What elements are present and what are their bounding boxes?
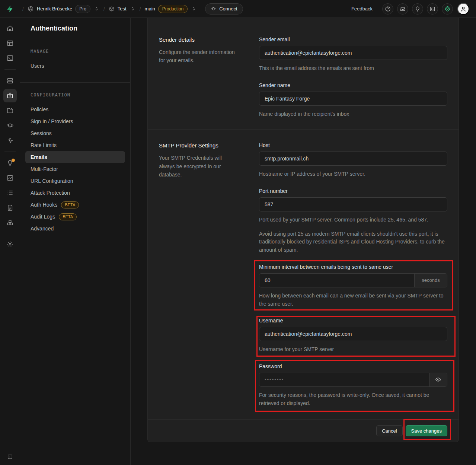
inbox-icon[interactable] [397, 3, 408, 15]
home-icon[interactable] [3, 22, 17, 35]
sidebar-item-label: Multi-Factor [31, 166, 58, 172]
sidebar-item-label: Advanced [31, 226, 54, 232]
sidebar-item-signin-providers[interactable]: Sign In / Providers [25, 115, 125, 127]
connect-button[interactable]: Connect [205, 3, 243, 15]
terminal-icon[interactable] [427, 3, 438, 15]
breadcrumb-separator: / [22, 6, 24, 12]
reveal-password-eye-icon[interactable] [429, 373, 447, 386]
supabase-logo-icon[interactable] [6, 5, 14, 13]
breadcrumb-separator: / [140, 6, 141, 12]
sender-name-label: Sender name [259, 82, 447, 88]
beta-badge: BETA [59, 213, 77, 220]
min-interval-label: Minimum interval between emails being se… [259, 264, 447, 270]
sidebar-item-auth-hooks[interactable]: Auth Hooks BETA [25, 199, 125, 211]
settings-icon[interactable] [3, 238, 17, 251]
rail-divider [4, 69, 16, 70]
sidebar-item-label: Sign In / Providers [31, 118, 73, 124]
section-description: Your SMTP Credentials will always be enc… [159, 154, 239, 179]
breadcrumb-project[interactable]: Test [109, 6, 127, 12]
table-editor-icon[interactable] [3, 36, 17, 50]
sender-name-input[interactable] [259, 92, 447, 106]
sender-name-helper: Name displayed in the recipient's inbox [259, 110, 447, 118]
environment-badge: Production [158, 5, 188, 13]
sender-email-input[interactable] [259, 46, 447, 60]
avatar[interactable] [457, 3, 469, 15]
realtime-icon[interactable] [3, 134, 17, 147]
username-label: Username [259, 318, 447, 324]
section-label-configuration: CONFIGURATION [25, 92, 125, 98]
emails-settings-card: Sender details Configure the sender info… [147, 18, 459, 442]
project-box-icon [109, 6, 115, 12]
seconds-unit-addon: seconds [414, 274, 447, 287]
icon-rail [0, 18, 20, 465]
integrations-icon[interactable] [3, 216, 17, 229]
sender-email-label: Sender email [259, 36, 447, 42]
project-switcher-chevron-icon[interactable] [130, 6, 136, 12]
password-helper: For security reasons, the password is wr… [259, 391, 447, 407]
advisors-icon[interactable] [3, 156, 17, 170]
api-docs-icon[interactable] [3, 201, 17, 214]
database-icon[interactable] [3, 74, 17, 87]
sender-email-helper: This is the email address the emails are… [259, 64, 447, 73]
assistant-icon[interactable] [442, 3, 453, 15]
authentication-icon[interactable] [3, 89, 17, 102]
sidebar-item-label: Sessions [31, 130, 52, 136]
sidebar-item-advanced[interactable]: Advanced [25, 223, 125, 235]
sidebar-item-label: Policies [31, 106, 48, 112]
password-input[interactable] [259, 373, 429, 386]
help-icon[interactable] [382, 3, 393, 15]
password-label: Password [259, 363, 447, 369]
host-input[interactable] [259, 152, 447, 166]
card-footer: Cancel Save changes [148, 419, 459, 442]
port-helper: Port used by your SMTP server. Common po… [259, 216, 447, 224]
section-heading: SMTP Provider Settings [159, 142, 248, 149]
sender-name-field-group: Sender name Name displayed in the recipi… [259, 82, 447, 118]
host-label: Host [259, 142, 447, 148]
breadcrumb-branch[interactable]: main Production [145, 5, 188, 13]
edge-functions-icon[interactable] [3, 119, 17, 132]
panel-toggle-icon[interactable] [5, 452, 15, 462]
sidebar-item-label: Attack Protection [31, 190, 70, 196]
port-input[interactable] [259, 197, 447, 211]
port-25-note: Avoid using port 25 as modern SMTP email… [259, 230, 447, 254]
sidebar-item-url-configuration[interactable]: URL Configuration [25, 175, 125, 187]
section-heading: Sender details [159, 36, 248, 43]
logs-icon[interactable] [3, 186, 17, 200]
username-field-group: Username Username for your SMTP server [259, 318, 447, 354]
storage-icon[interactable] [3, 104, 17, 117]
sidebar-item-label: Users [31, 63, 44, 69]
sidebar-item-label: Audit Logs [31, 214, 55, 220]
sidebar-item-sessions[interactable]: Sessions [25, 127, 125, 139]
username-input[interactable] [259, 327, 447, 341]
sidebar-item-rate-limits[interactable]: Rate Limits [25, 139, 125, 151]
sidebar-item-multi-factor[interactable]: Multi-Factor [25, 163, 125, 175]
sidebar-item-audit-logs[interactable]: Audit Logs BETA [25, 211, 125, 223]
port-label: Port number [259, 188, 447, 194]
lightbulb-icon[interactable] [412, 3, 423, 15]
sidebar-item-attack-protection[interactable]: Attack Protection [25, 187, 125, 199]
plan-badge: Pro [75, 5, 90, 13]
sender-email-field-group: Sender email This is the email address t… [259, 36, 447, 73]
save-changes-button[interactable]: Save changes [406, 425, 447, 436]
notification-dot [12, 159, 15, 162]
feedback-button[interactable]: Feedback [351, 6, 373, 12]
sidebar-item-policies[interactable]: Policies [25, 103, 125, 115]
top-bar: / Henrik Brüsecke Pro / Test / main Prod… [0, 0, 476, 18]
main-content: Sender details Configure the sender info… [131, 18, 476, 465]
plug-icon [211, 6, 216, 12]
min-interval-helper: How long between each email can a new em… [259, 292, 447, 308]
cancel-button[interactable]: Cancel [376, 425, 402, 436]
sidebar-item-emails[interactable]: Emails [25, 151, 125, 163]
branch-switcher-chevron-icon[interactable] [191, 6, 197, 12]
sql-editor-icon[interactable] [3, 51, 17, 65]
beta-badge: BETA [61, 201, 79, 208]
sidebar-item-label: URL Configuration [31, 178, 73, 184]
reports-icon[interactable] [3, 171, 17, 185]
breadcrumb-org[interactable]: Henrik Brüsecke Pro [28, 5, 90, 13]
min-interval-input[interactable] [259, 274, 414, 287]
sidebar-item-users[interactable]: Users [25, 60, 125, 72]
org-switcher-chevron-icon[interactable] [93, 6, 100, 12]
branch-name: main [145, 6, 155, 12]
section-label-manage: MANAGE [25, 49, 125, 54]
port-field-group: Port number Port used by your SMTP serve… [259, 188, 447, 254]
